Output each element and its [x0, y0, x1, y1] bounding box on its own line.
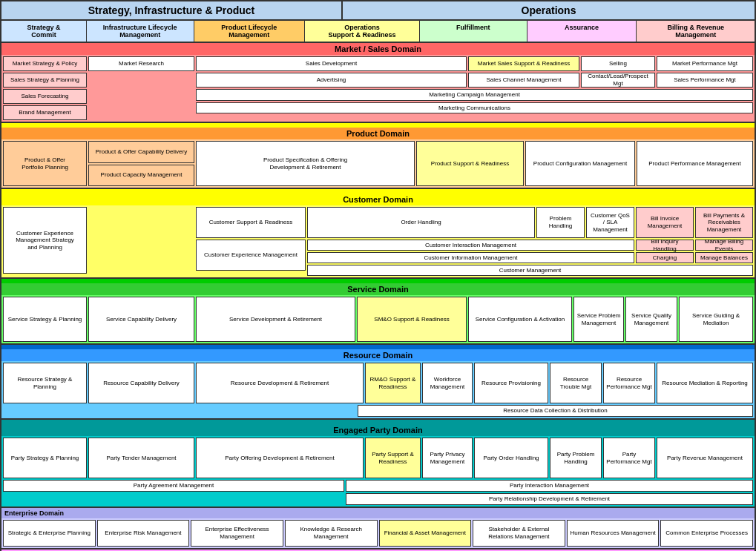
charging: Charging [636, 252, 694, 263]
engaged-domain: Engaged Party Domain Party Strategy & Pl… [1, 424, 755, 508]
rm-o-support: RM&O Support & Readiness [365, 363, 421, 403]
col-product-lc: Product LifecycleManagement [194, 21, 306, 42]
party-perf: Party Performance Mgt [603, 438, 655, 478]
customer-interaction: Customer Interaction Management [307, 240, 634, 251]
service-grid: Service Strategy & Planning Service Capa… [1, 295, 755, 343]
service-domain: Service Domain Service Strategy & Planni… [1, 283, 755, 345]
service-domain-title: Service Domain [1, 283, 755, 295]
resource-provisioning: Resource Provisioning [474, 363, 548, 403]
customer-domain-title: Customer Domain [1, 194, 755, 205]
service-capability: Service Capability Delivery [88, 297, 194, 342]
market-research: Market Research [88, 56, 194, 71]
col-assurance: Assurance [527, 21, 637, 42]
header-left-title: Strategy, Infrastructure & Product [1, 1, 343, 19]
party-agreement: Party Agreement Management [3, 480, 344, 492]
party-strategy: Party Strategy & Planning [3, 438, 87, 478]
selling: Selling [581, 56, 655, 71]
service-dev: Service Development & Retirement [196, 297, 355, 342]
party-relationship: Party Relationship Development & Retirem… [346, 493, 753, 505]
product-domain-title: Product Domain [1, 128, 755, 139]
marketing-comms: Marketing Communications [196, 102, 753, 114]
stakeholder-relations: Stakeholder & External Relations Managem… [473, 520, 565, 547]
header-right-title: Operations [343, 1, 755, 19]
party-order: Party Order Handling [474, 438, 548, 478]
header: Strategy, Infrastructure & Product Opera… [1, 1, 755, 21]
col-strategy: Strategy &Commit [1, 21, 87, 42]
resource-mediation: Resource Mediation & Reporting [657, 363, 753, 403]
customer-management: Customer Management [307, 265, 753, 276]
product-grid: Product & Offer Portfolio Planning Produ… [1, 139, 755, 188]
manage-balances: Manage Balances [695, 252, 753, 263]
column-headers: Strategy &Commit Infrastructure Lifecycl… [1, 21, 755, 43]
product-domain: Product Domain Product & Offer Portfolio… [1, 128, 755, 189]
service-config: Service Configuration & Activation [468, 297, 572, 342]
service-problem: Service Problem Management [573, 297, 624, 342]
party-support: Party Support & Readiness [365, 438, 421, 478]
sales-forecasting: Sales Forecasting [3, 89, 87, 104]
party-offering-dev: Party Offering Development & Retirement [196, 438, 364, 478]
party-problem: Party Problem Handling [550, 438, 602, 478]
customer-support: Customer Support & Readiness [196, 207, 306, 238]
service-guiding: Service Guiding & Mediation [679, 297, 753, 342]
resource-domain-title: Resource Domain [1, 349, 755, 361]
col-billing: Billing & RevenueManagement [637, 21, 755, 42]
product-offer-portfolio: Product & Offer Portfolio Planning [3, 141, 87, 186]
human-resources: Human Resources Management [567, 520, 660, 547]
service-quality: Service Quality Management [625, 297, 677, 342]
col-ops-support: OperationsSupport & Readiness [305, 21, 420, 42]
col-fulfillment: Fulfillment [420, 21, 527, 42]
contact-lead: Contact/Lead/Prospect Mgt [581, 73, 655, 88]
common-enterprise: Common Enterprise Processes [660, 520, 753, 547]
product-perf: Product Performance Management [637, 141, 753, 186]
enterprise-risk: Enterprise Risk Management [97, 520, 190, 547]
customer-qos: Customer QoS / SLA Management [586, 207, 634, 238]
engaged-domain-title: Engaged Party Domain [1, 424, 755, 436]
sm-o-support: SM&O Support & Readiness [357, 297, 467, 342]
resource-dev: Resource Development & Retirement [196, 363, 364, 403]
market-domain-title: Market / Sales Domain [1, 43, 755, 55]
advertising: Advertising [196, 73, 467, 88]
product-support: Product Support & Readiness [416, 141, 524, 186]
brand-management: Brand Management [3, 105, 87, 120]
product-config: Product Configuration Management [525, 141, 635, 186]
sales-channel-mgmt: Sales Channel Management [468, 73, 579, 88]
party-tender: Party Tender Management [88, 438, 194, 478]
market-perf-mgt: Market Performance Mgt [657, 56, 753, 71]
bill-invoice: Bill Invoice Management [636, 207, 694, 238]
manage-billing: Manage Billing Events [695, 240, 753, 251]
order-handling: Order Handling [307, 207, 535, 238]
resource-strategy: Resource Strategy & Planning [3, 363, 87, 403]
enterprise-domain-title: Enterprise Domain [1, 508, 755, 518]
strategic-planning: Strategic & Enterprise Planning [3, 520, 96, 547]
party-revenue: Party Revenue Management [657, 438, 753, 478]
customer-domain: Customer Domain Customer Experience Mana… [1, 194, 755, 279]
sales-development: Sales Development [196, 56, 467, 71]
marketing-campaign: Marketing Campaign Management [196, 89, 753, 101]
product-spec: Product Specification & Offering Develop… [196, 141, 415, 186]
resource-perf: Resource Performance Mgt [603, 363, 655, 403]
product-capacity: Product Capacity Management [88, 165, 194, 187]
bill-inquiry: Bill Inquiry Handling [636, 240, 694, 251]
market-domain: Market / Sales Domain Market Strategy & … [1, 43, 755, 123]
product-offer-capability: Product & Offer Capability Delivery [88, 141, 194, 163]
customer-exp-strategy: Customer Experience Management Strategy … [3, 207, 87, 274]
market-sales-support: Market Sales Support & Readiness [468, 56, 579, 71]
problem-handling: Problem Handling [536, 207, 585, 238]
market-strategy-policy: Market Strategy & Policy [3, 56, 87, 71]
sales-perf-mgt: Sales Performance Mgt [657, 73, 753, 88]
resource-data: Resource Data Collection & Distribution [358, 405, 753, 417]
bill-payments: Bill Payments & Receivables Management [695, 207, 753, 238]
workforce-mgmt: Workforce Management [422, 363, 473, 403]
resource-trouble: Resource Trouble Mgt [550, 363, 602, 403]
sales-strategy-planning: Sales Strategy & Planning [3, 73, 87, 88]
customer-information: Customer Information Management [307, 252, 634, 263]
service-strategy: Service Strategy & Planning [3, 297, 87, 342]
financial-asset: Financial & Asset Management [379, 520, 472, 547]
enterprise-domain: Enterprise Domain Strategic & Enterprise… [1, 508, 755, 550]
customer-exp-mgmt: Customer Experience Management [196, 240, 306, 271]
enterprise-effectiveness: Enterprise Effectiveness Management [191, 520, 283, 547]
resource-domain: Resource Domain Resource Strategy & Plan… [1, 349, 755, 420]
resource-capability: Resource Capability Delivery [88, 363, 194, 403]
main-container: Strategy, Infrastructure & Product Opera… [0, 0, 756, 551]
knowledge-research: Knowledge & Research Management [285, 520, 378, 547]
